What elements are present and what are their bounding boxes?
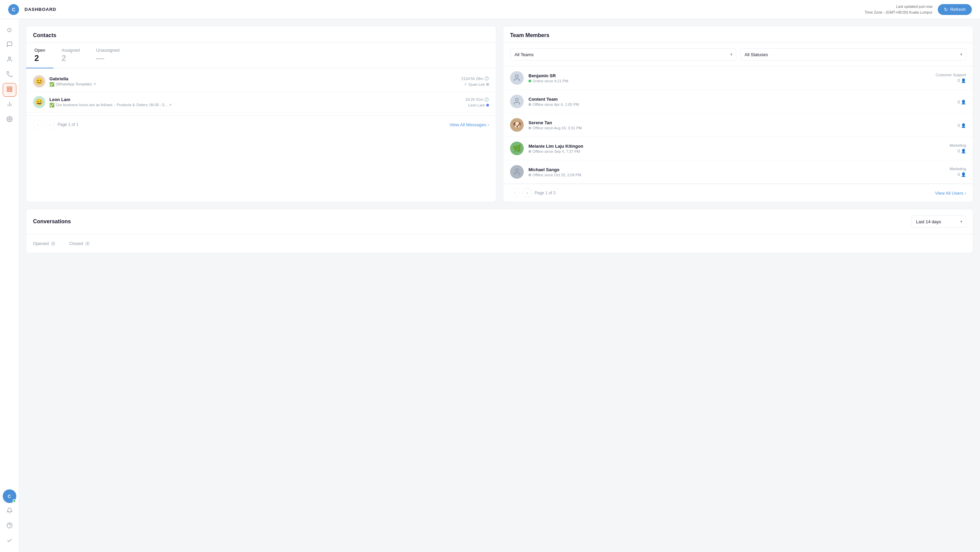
sidebar-item-campaigns[interactable]: [3, 68, 16, 82]
status-text-1: Online since 4:21 PM: [533, 79, 568, 83]
contact-subtext-1: (WhatsApp Template) ↗: [56, 82, 96, 86]
closed-help-icon[interactable]: ?: [85, 241, 90, 246]
contacts-next-btn[interactable]: ›: [45, 120, 55, 129]
contacts-card-footer: ‹ › Page 1 of 1 View All Messages ›: [26, 115, 496, 133]
contact-sub-2: ✅ Our business hours are as follows: - P…: [49, 103, 461, 108]
person-icon-4: 👤: [961, 149, 966, 154]
settings-icon: [6, 116, 13, 124]
team-pagination: ‹ › Page 1 of 3: [510, 188, 555, 198]
contacts-tabs: Open 2 Assigned 2 Unassigned —: [26, 43, 496, 68]
member-name-2: Content Team: [528, 97, 953, 102]
member-right-5: Marketing 0 👤: [950, 167, 966, 177]
contact-time-2: 2d 2h 41m 🕐: [466, 97, 489, 102]
sidebar-item-notifications[interactable]: [3, 504, 16, 518]
agent-name-2: Leon Lam: [468, 103, 485, 107]
contact-subtext-2: Our business hours are as follows: - Pro…: [56, 103, 172, 107]
list-item[interactable]: Benjamin SR Online since 4:21 PM Custome…: [503, 67, 973, 90]
view-all-messages-link[interactable]: View All Messages ›: [449, 122, 489, 127]
agent-dot-2: [486, 104, 489, 106]
content-area: Contacts Open 2 Assigned 2 Unassigned —: [19, 19, 980, 552]
sidebar-item-checkmark[interactable]: [3, 534, 16, 548]
team-prev-btn[interactable]: ‹: [510, 188, 520, 198]
conversations-icon: [6, 41, 13, 49]
contacts-prev-btn[interactable]: ‹: [33, 120, 43, 129]
list-item[interactable]: Content Team Offline since Apr 6, 1:05 P…: [503, 90, 973, 113]
sidebar-item-conversations[interactable]: [3, 38, 16, 52]
sidebar-bottom: C: [3, 489, 16, 548]
sidebar-item-settings[interactable]: [3, 113, 16, 127]
opened-label: Opened: [33, 241, 49, 246]
conversations-filter-select[interactable]: Last 14 days Last 7 days Last 30 days: [916, 219, 962, 224]
user-avatar: C: [3, 489, 16, 503]
contacts-card-header: Contacts: [26, 26, 496, 43]
member-name-4: Melanie Lim Laju Kitingon: [528, 144, 945, 149]
team-card-title: Team Members: [510, 32, 549, 38]
contacts-page-info: Page 1 of 1: [57, 122, 78, 127]
sidebar-item-help[interactable]: [3, 519, 16, 533]
contact-info-1: Gabriella ✅ (WhatsApp Template) ↗: [49, 76, 457, 87]
opened-help-icon[interactable]: ?: [51, 241, 56, 246]
team-members-card: Team Members All Teams All Statuses: [503, 26, 973, 202]
time-text-1: 212d 5h 28m: [461, 76, 483, 81]
member-right-1: Customer Support 0 👤: [936, 73, 966, 83]
all-teams-select[interactable]: All Teams: [514, 52, 732, 57]
member-count-3: 0 👤: [958, 123, 966, 128]
member-team-5: Marketing: [950, 167, 966, 171]
member-avatar-1: [510, 71, 524, 85]
table-row[interactable]: 😀 Leon Lam ✅ Our business hours are as f…: [26, 92, 496, 113]
contact-sub-1: ✅ (WhatsApp Template) ↗: [49, 82, 457, 87]
sidebar: ⊙: [0, 19, 19, 552]
contact-agent-2: Leon Lam: [466, 103, 489, 107]
contact-time-1: 212d 5h 28m 🕐: [461, 76, 489, 81]
status-text-5: Offline since Oct 25, 2:09 PM: [533, 173, 581, 177]
all-statuses-select[interactable]: All Statuses: [745, 52, 962, 57]
list-item[interactable]: 🐶 Serene Tan Offline since Aug 16, 3:31 …: [503, 113, 973, 137]
sidebar-item-dashboard[interactable]: ⊙: [3, 23, 16, 37]
contacts-card: Contacts Open 2 Assigned 2 Unassigned —: [26, 26, 496, 202]
help-icon: [6, 522, 13, 530]
contacts-pagination: ‹ › Page 1 of 1: [33, 120, 78, 129]
tab-unassigned[interactable]: Unassigned —: [88, 43, 128, 68]
status-text-2: Offline since Apr 6, 1:05 PM: [533, 102, 579, 106]
conversations-opened-stat: Opened ?: [33, 241, 56, 246]
tab-assigned[interactable]: Assigned 2: [54, 43, 88, 68]
member-info-2: Content Team Offline since Apr 6, 1:05 P…: [528, 97, 953, 106]
sidebar-item-user[interactable]: C: [3, 489, 16, 503]
contacts-card-title: Contacts: [33, 32, 56, 38]
svg-point-8: [8, 118, 10, 120]
list-item[interactable]: 🌿 Melanie Lim Laju Kitingon Offline sinc…: [503, 137, 973, 160]
user-online-dot: [13, 499, 16, 503]
topbar-left: C DASHBOARD: [8, 4, 57, 15]
sidebar-item-overview[interactable]: [3, 83, 16, 97]
timezone-text: Time Zone - (GMT+08:00) Kuala Lumpur: [865, 10, 932, 15]
sidebar-item-contacts[interactable]: [3, 53, 16, 67]
reports-icon: [6, 101, 13, 109]
view-all-users-link[interactable]: View All Users ›: [935, 190, 966, 196]
conversations-filter[interactable]: Last 14 days Last 7 days Last 30 days: [912, 216, 966, 228]
team-page-info: Page 1 of 3: [535, 190, 555, 195]
member-status-1: Online since 4:21 PM: [528, 79, 931, 83]
table-row[interactable]: 😊 Gabriella ✅ (WhatsApp Template) ↗ 212d…: [26, 71, 496, 92]
member-right-4: Marketing 0 👤: [950, 143, 966, 154]
team-next-btn[interactable]: ›: [522, 188, 532, 198]
person-icon-3: 👤: [961, 123, 966, 128]
all-teams-filter[interactable]: All Teams: [510, 48, 736, 60]
member-right-2: 0 👤: [958, 98, 966, 105]
tab-open[interactable]: Open 2: [26, 43, 54, 68]
checkmark-icon: [6, 538, 13, 545]
contact-info-2: Leon Lam ✅ Our business hours are as fol…: [49, 97, 461, 108]
refresh-button[interactable]: ↻ Refresh: [938, 4, 972, 15]
refresh-label: Refresh: [950, 7, 966, 12]
list-item[interactable]: Michael Sango Offline since Oct 25, 2:09…: [503, 160, 973, 184]
status-dot-1: [528, 79, 531, 82]
all-statuses-filter[interactable]: All Statuses: [740, 48, 966, 60]
dashboard-icon: ⊙: [7, 26, 12, 34]
conversations-content: Opened ? Closed ?: [26, 234, 973, 253]
status-text-3: Offline since Aug 16, 3:31 PM: [533, 126, 582, 130]
svg-rect-1: [7, 87, 9, 89]
overview-icon: [6, 86, 13, 94]
topbar-title: DASHBOARD: [24, 7, 57, 12]
tab-open-label: Open: [34, 48, 45, 53]
member-name-5: Michael Sango: [528, 167, 945, 172]
sidebar-item-reports[interactable]: [3, 98, 16, 112]
